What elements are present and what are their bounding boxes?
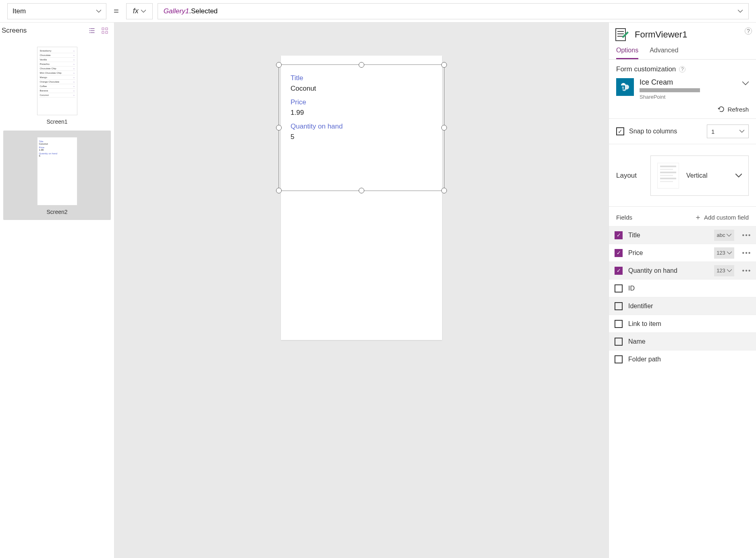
control-name: FormViewer1 bbox=[635, 29, 687, 40]
field-row-qty[interactable]: ✓ Quantity on hand 123 ••• bbox=[609, 261, 756, 279]
resize-handle[interactable] bbox=[276, 62, 282, 68]
screen1-caption: Screen1 bbox=[6, 118, 108, 125]
field-row-folder[interactable]: Folder path bbox=[609, 350, 756, 368]
tab-options[interactable]: Options bbox=[616, 44, 638, 59]
columns-select[interactable]: 1 bbox=[707, 124, 749, 138]
form-customization-label: Form customization bbox=[616, 65, 676, 73]
field-checkbox[interactable] bbox=[615, 284, 623, 292]
formula-rest: .Selected bbox=[189, 7, 218, 15]
field-row-link[interactable]: Link to item bbox=[609, 315, 756, 332]
chevron-down-icon bbox=[141, 9, 146, 14]
layout-value: Vertical bbox=[686, 172, 728, 179]
chevron-down-icon bbox=[742, 81, 749, 85]
screen-thumb-screen2[interactable]: Title Coconut Price 1.99 Quantity on han… bbox=[3, 131, 111, 220]
property-name: Item bbox=[12, 7, 26, 15]
chevron-down-icon bbox=[738, 9, 743, 14]
list-view-icon[interactable] bbox=[88, 27, 96, 34]
field-checkbox[interactable] bbox=[615, 302, 623, 310]
properties-panel: FormViewer1 ? Options Advanced Form cust… bbox=[609, 23, 756, 558]
datasource-account bbox=[640, 88, 700, 92]
datasource-name: Ice Cream bbox=[640, 78, 700, 87]
svg-rect-3 bbox=[106, 31, 108, 33]
field-type-select[interactable]: 123 bbox=[714, 265, 734, 276]
resize-handle[interactable] bbox=[359, 188, 364, 193]
resize-handle[interactable] bbox=[276, 125, 282, 131]
snap-label: Snap to columns bbox=[629, 128, 677, 135]
fields-list: ✓ Title abc ••• ✓ Price 123 ••• ✓ Quanti… bbox=[609, 226, 756, 368]
field-more-button[interactable]: ••• bbox=[740, 232, 754, 239]
refresh-button[interactable]: Refresh bbox=[616, 106, 749, 113]
field-row-name[interactable]: Name bbox=[609, 332, 756, 350]
layout-label: Layout bbox=[616, 172, 637, 180]
field-row-identifier[interactable]: Identifier bbox=[609, 297, 756, 315]
svg-rect-2 bbox=[102, 31, 104, 33]
field-checkbox[interactable]: ✓ bbox=[615, 267, 623, 275]
field-checkbox[interactable]: ✓ bbox=[615, 249, 623, 257]
resize-handle[interactable] bbox=[441, 62, 447, 68]
screen1-preview: Strawberry› Chocolate› Vanilla› Pistachi… bbox=[37, 47, 77, 115]
add-custom-field-button[interactable]: ＋ Add custom field bbox=[694, 212, 749, 222]
screen2-caption: Screen2 bbox=[6, 209, 108, 215]
svg-rect-0 bbox=[102, 28, 104, 30]
resize-handle[interactable] bbox=[441, 125, 447, 131]
screen2-preview: Title Coconut Price 1.99 Quantity on han… bbox=[37, 137, 77, 205]
screens-panel: Screens Strawberry› Chocolate› Vanilla› … bbox=[0, 23, 114, 558]
svg-rect-1 bbox=[106, 28, 108, 30]
form-icon bbox=[615, 28, 629, 41]
field-more-button[interactable]: ••• bbox=[740, 249, 754, 257]
field-type-select[interactable]: 123 bbox=[714, 247, 734, 259]
formula-bar: Item = fx Gallery1.Selected bbox=[0, 0, 756, 23]
layout-select[interactable]: Vertical bbox=[650, 156, 749, 196]
snap-checkbox[interactable]: ✓ bbox=[616, 127, 624, 135]
design-canvas[interactable]: Title Coconut Price 1.99 Quantity on han… bbox=[114, 23, 609, 558]
layout-thumb-icon bbox=[657, 163, 679, 189]
resize-handle[interactable] bbox=[276, 188, 282, 193]
fields-label: Fields bbox=[616, 214, 632, 221]
datasource-provider: SharePoint bbox=[640, 94, 700, 100]
equals-label: = bbox=[111, 6, 121, 17]
plus-icon: ＋ bbox=[694, 212, 702, 222]
resize-handle[interactable] bbox=[441, 188, 447, 193]
field-type-select[interactable]: abc bbox=[714, 230, 734, 241]
datasource-picker[interactable]: S Ice Cream SharePoint bbox=[616, 78, 749, 100]
sharepoint-icon: S bbox=[616, 78, 634, 96]
tab-advanced[interactable]: Advanced bbox=[650, 44, 678, 59]
help-icon[interactable]: ? bbox=[745, 27, 752, 35]
screen-thumb-screen1[interactable]: Strawberry› Chocolate› Vanilla› Pistachi… bbox=[3, 44, 111, 128]
grid-view-icon[interactable] bbox=[101, 27, 108, 34]
field-checkbox[interactable] bbox=[615, 355, 623, 363]
field-checkbox[interactable] bbox=[615, 338, 623, 346]
fx-button[interactable]: fx bbox=[126, 3, 153, 19]
refresh-icon bbox=[718, 106, 725, 113]
chevron-down-icon bbox=[96, 9, 101, 14]
chevron-down-icon bbox=[739, 129, 744, 134]
fx-label: fx bbox=[133, 7, 139, 15]
formula-object: Gallery1 bbox=[164, 7, 189, 15]
field-row-title[interactable]: ✓ Title abc ••• bbox=[609, 226, 756, 244]
field-row-id[interactable]: ID bbox=[609, 279, 756, 297]
screens-title: Screens bbox=[2, 27, 27, 35]
field-checkbox[interactable]: ✓ bbox=[615, 231, 623, 239]
resize-handle[interactable] bbox=[359, 62, 364, 68]
screen-surface[interactable]: Title Coconut Price 1.99 Quantity on han… bbox=[281, 56, 442, 340]
svg-rect-4 bbox=[616, 29, 625, 41]
field-more-button[interactable]: ••• bbox=[740, 267, 754, 274]
svg-text:S: S bbox=[622, 86, 624, 89]
formula-input[interactable]: Gallery1.Selected bbox=[158, 3, 749, 19]
chevron-down-icon bbox=[735, 174, 742, 178]
info-icon[interactable]: ? bbox=[679, 66, 685, 73]
property-selector[interactable]: Item bbox=[7, 3, 106, 19]
field-checkbox[interactable] bbox=[615, 320, 623, 328]
selection-outline[interactable] bbox=[278, 64, 444, 191]
panel-tabs: Options Advanced bbox=[609, 44, 756, 60]
field-row-price[interactable]: ✓ Price 123 ••• bbox=[609, 244, 756, 261]
